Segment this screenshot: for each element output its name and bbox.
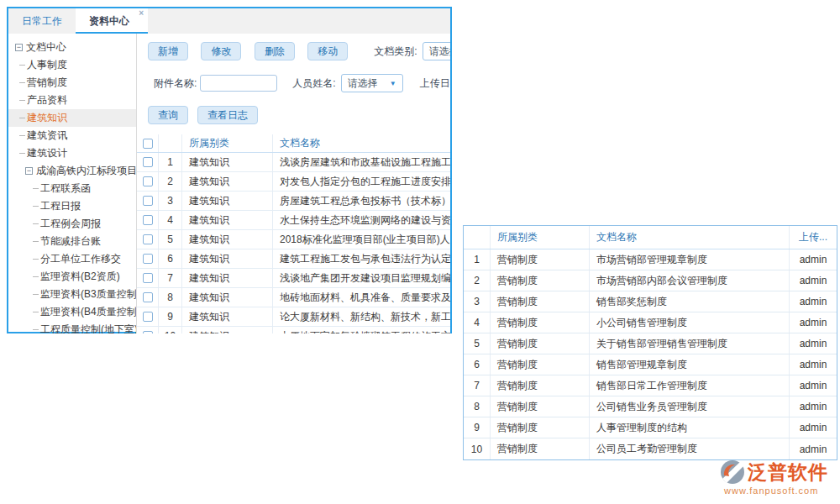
table-row[interactable]: 6 营销制度 销售部管理规章制度 admin [464,354,837,375]
row-category: 建筑知识 [182,288,273,307]
doc-category-select[interactable]: 请选择 ▼ [423,42,450,60]
row-doc-name: 大厦地下室加气砼墙砌筑工程的施工方... [273,327,450,333]
tree-item[interactable]: 节能减排台账 [8,233,136,250]
tree-item[interactable]: 工程日报 [8,197,136,215]
table-row[interactable]: 9 营销制度 人事管理制度的结构 admin [464,417,837,438]
collapse-icon[interactable]: − [15,44,23,51]
table-row[interactable]: 1 营销制度 市场营销部管理规章制度 admin [464,249,837,270]
tree-item[interactable]: 营销制度 [8,74,136,92]
tree-item[interactable]: 工程联系函 [8,180,136,197]
close-icon[interactable]: × [139,9,144,18]
toolbar-row-query: 查询 查看日志 [137,106,450,124]
row-category: 建筑知识 [182,327,273,333]
row-checkbox[interactable] [143,273,153,283]
table-row[interactable]: 4 建筑知识 水土保持生态环境监测网络的建设与资... [137,211,450,230]
table-row[interactable]: 3 建筑知识 房屋建筑工程总承包投标书（技术标）... [137,192,450,211]
row-index: 5 [464,333,491,354]
view-log-button[interactable]: 查看日志 [197,106,258,124]
row-checkbox[interactable] [143,254,153,264]
toolbar-button[interactable]: 新增 [148,42,188,60]
row-category: 营销制度 [491,375,590,396]
row-checkbox[interactable] [143,176,153,186]
row-index: 3 [464,291,491,312]
table-row[interactable]: 8 营销制度 公司销售业务员管理制度 admin [464,396,837,417]
row-index: 6 [159,249,182,268]
tree-item[interactable]: 工程质量控制(地下室) [8,321,136,333]
header-doc-name: 文档名称 [273,134,450,152]
row-checkbox[interactable] [143,157,153,167]
tree-item[interactable]: 建筑资讯 [8,127,136,144]
tree-node-project[interactable]: − 成渝高铁内江标段项目 [8,162,136,180]
table-row[interactable]: 8 建筑知识 地砖地面材料、机具准备、质量要求及... [137,288,450,307]
tree-item-label: 建筑知识 [27,109,67,127]
table-row[interactable]: 2 营销制度 市场营销部内部会议管理制度 admin [464,270,837,291]
table-row[interactable]: 4 营销制度 小公司销售管理制度 admin [464,312,837,333]
tab-data-center-label: 资料中心 [89,15,129,27]
row-doc-name: 房屋建筑工程总承包投标书（技术标）... [273,192,450,210]
row-doc-name: 市场营销部内部会议管理制度 [590,270,790,291]
table-row[interactable]: 2 建筑知识 对发包人指定分包的工程施工进度安排... [137,172,450,192]
tree-item[interactable]: 工程例会周报 [8,215,136,233]
tree-item[interactable]: 产品资料 [8,92,136,109]
tree-item-label: 监理资料(B3质量控制) [40,286,137,303]
document-tree: − 文档中心 人事制度 营销制度 产品资料 [8,34,137,333]
tab-daily-work[interactable]: 日常工作 [8,8,76,34]
row-checkbox[interactable] [143,215,153,225]
doc-category-label: 文档类别: [374,45,417,59]
chevron-down-icon: ▼ [390,80,396,87]
tree-item[interactable]: 人事制度 [8,56,136,74]
row-index: 4 [159,211,182,229]
row-doc-name: 人事管理制度的结构 [590,417,790,438]
row-index: 8 [159,288,182,307]
tree-item[interactable]: 监理资料(B4质量控制) [8,303,136,321]
row-category: 建筑知识 [182,192,273,210]
toolbar-row-actions: 新增 修改 删除 移动 文档类别: 请选择 ▼ 文档 [137,42,450,60]
table-row[interactable]: 7 营销制度 销售部日常工作管理制度 admin [464,375,837,396]
row-index: 3 [159,192,182,210]
tree-item[interactable]: 监理资料(B3质量控制) [8,286,136,303]
select-all-checkbox[interactable] [143,139,153,149]
person-name-select[interactable]: 请选择 ▼ [341,74,403,92]
toolbar-button[interactable]: 移动 [307,42,348,60]
collapse-icon[interactable]: − [25,167,33,175]
tree-item-label: 营销制度 [27,74,67,92]
row-doc-name: 公司销售业务员管理制度 [590,396,790,417]
tree-item[interactable]: 建筑设计 [8,144,136,162]
table-row[interactable]: 7 建筑知识 浅谈地产集团开发建设项目监理规划编... [137,269,450,288]
row-checkbox[interactable] [143,234,153,244]
table-row[interactable]: 3 营销制度 销售部奖惩制度 admin [464,291,837,312]
toolbar-button[interactable]: 修改 [201,42,241,60]
tree-item[interactable]: 建筑知识 [8,109,136,127]
tree-item[interactable]: 分工单位工作移交 [8,250,136,268]
row-category: 营销制度 [491,249,590,270]
vendor-url: www.fanpusoft.com [724,486,838,496]
row-doc-name: 建筑工程施工发包与承包违法行为认定... [273,249,450,268]
header-uploader: 上传... [790,226,837,249]
row-checkbox[interactable] [143,292,153,302]
row-checkbox[interactable] [143,196,153,206]
table-row[interactable]: 9 建筑知识 论大厦新材料、新结构、新技术，新工... [137,307,450,327]
tree-item[interactable]: 监理资料(B2资质) [8,268,136,286]
tree-node-document-center[interactable]: − 文档中心 [8,39,136,56]
row-category: 建筑知识 [182,249,273,268]
query-button[interactable]: 查询 [148,106,188,124]
toolbar-button[interactable]: 删除 [255,42,295,60]
header-doc-name: 文档名称 [590,226,790,249]
row-doc-name: 浅谈地产集团开发建设项目监理规划编... [273,269,450,287]
table-row[interactable]: 10 建筑知识 大厦地下室加气砼墙砌筑工程的施工方... [137,327,450,333]
tab-data-center[interactable]: 资料中心 × [76,8,148,34]
attachment-name-input[interactable] [200,75,277,92]
header-category: 所属别类 [182,134,273,152]
table-row[interactable]: 6 建筑知识 建筑工程施工发包与承包违法行为认定... [137,249,450,269]
toolbar-row-filters: 附件名称: 人员姓名: 请选择 ▼ 上传日期 [137,74,450,92]
table-row[interactable]: 10 营销制度 公司员工考勤管理制度 admin [464,438,837,459]
row-index: 5 [159,230,182,249]
row-category: 建筑知识 [182,211,273,229]
row-category: 营销制度 [491,417,590,438]
table-row[interactable]: 5 营销制度 关于销售部管理销售管理制度 admin [464,333,837,354]
row-checkbox[interactable] [143,312,153,322]
row-uploader: admin [790,438,837,459]
table-row[interactable]: 1 建筑知识 浅谈房屋建筑和市政基础设施工程施工... [137,153,450,172]
table-row[interactable]: 5 建筑知识 2018标准化监理项目部(业主项目部)人员... [137,230,450,249]
row-checkbox[interactable] [143,331,153,333]
